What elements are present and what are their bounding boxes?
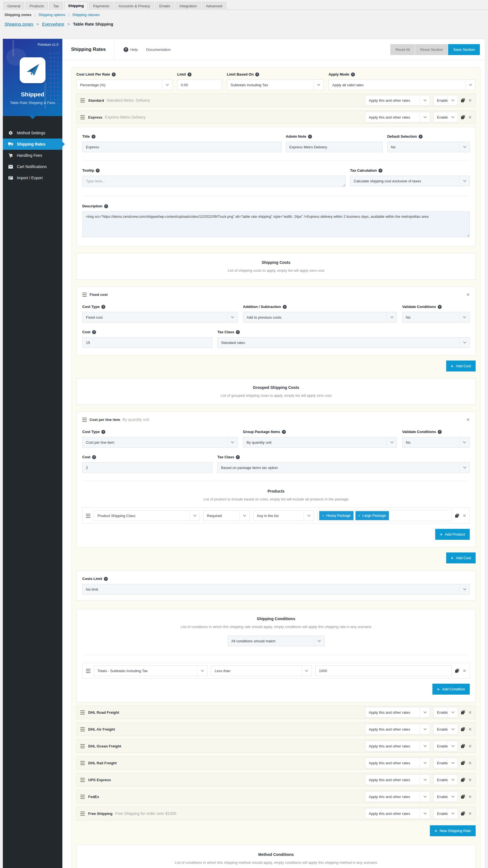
addition-subtraction-select[interactable]: Add to previous costs xyxy=(243,312,397,322)
tab-integration[interactable]: Integration xyxy=(175,2,200,10)
sidebar-item-shipping-rates[interactable]: Shipping Rates xyxy=(3,138,62,150)
rate-apply-select[interactable]: Apply this and other rates xyxy=(365,808,430,819)
help-icon[interactable]: ? xyxy=(282,430,286,434)
cost-limit-per-rate-select[interactable]: Percentage (%) xyxy=(76,80,172,90)
rate-row-dhl-road-freight[interactable]: DHL Road Freight Apply this and other ra… xyxy=(76,706,476,719)
rate-status-select[interactable]: Enable xyxy=(433,741,458,751)
rate-status-select[interactable]: Enable xyxy=(433,95,458,106)
add-cost-button[interactable]: +Add Cost xyxy=(446,361,476,371)
remove-tag-icon[interactable]: × xyxy=(322,514,324,517)
tag-large-package[interactable]: ×Large Package xyxy=(355,511,389,520)
help-icon[interactable]: ? xyxy=(112,72,116,76)
rate-apply-select[interactable]: Apply this and other rates xyxy=(365,791,430,802)
duplicate-icon[interactable] xyxy=(461,795,465,799)
add-product-button[interactable]: +Add Product xyxy=(435,529,470,540)
help-icon[interactable]: ? xyxy=(379,168,383,173)
drag-handle-icon[interactable] xyxy=(80,115,85,119)
rate-status-select[interactable]: Enable xyxy=(433,112,458,123)
new-shipping-rate-button[interactable]: +New Shipping Rate xyxy=(430,825,476,836)
sidebar-item-handling-fees[interactable]: Handling Fees xyxy=(3,150,62,161)
conditions-match-select[interactable]: All conditions should match xyxy=(228,636,325,646)
default-selection-select[interactable]: No xyxy=(387,142,470,152)
product-required-select[interactable]: Required xyxy=(203,510,250,521)
help-icon[interactable]: ? xyxy=(92,134,95,138)
drag-handle-icon[interactable] xyxy=(80,710,85,715)
drag-handle-icon[interactable] xyxy=(86,514,90,518)
close-icon[interactable]: × xyxy=(468,811,472,816)
help-icon[interactable]: ? xyxy=(101,430,105,434)
close-icon[interactable]: × xyxy=(468,97,472,103)
duplicate-icon[interactable] xyxy=(461,744,465,748)
duplicate-icon[interactable] xyxy=(455,669,459,673)
tax-calculation-select[interactable]: Calculate shipping cost exclusive of tax… xyxy=(350,176,470,186)
rate-status-select[interactable]: Enable xyxy=(433,808,458,819)
close-icon[interactable]: × xyxy=(466,417,470,422)
help-icon[interactable]: ? xyxy=(351,72,355,76)
tooltip-textarea[interactable] xyxy=(82,176,346,187)
limit-input[interactable] xyxy=(177,80,222,90)
help-icon[interactable]: ? xyxy=(92,330,96,334)
condition-field-select[interactable]: Totals - Subtotals Including Tax xyxy=(94,665,207,676)
help-link[interactable]: ? Help xyxy=(124,47,138,52)
reset-all-button[interactable]: Reset All xyxy=(390,44,415,55)
drag-handle-icon[interactable] xyxy=(80,98,85,102)
drag-handle-icon[interactable] xyxy=(82,292,87,297)
product-match-select[interactable]: Any in the list xyxy=(253,510,314,521)
tab-emails[interactable]: Emails xyxy=(155,2,174,10)
duplicate-icon[interactable] xyxy=(461,710,465,715)
drag-handle-icon[interactable] xyxy=(82,417,87,422)
rate-apply-select[interactable]: Apply this and other rates xyxy=(365,707,430,718)
drag-handle-icon[interactable] xyxy=(80,761,85,765)
reset-section-button[interactable]: Reset Section xyxy=(415,44,448,55)
rate-apply-select[interactable]: Apply this and other rates xyxy=(365,757,430,768)
rate-status-select[interactable]: Enable xyxy=(433,791,458,802)
tab-products[interactable]: Products xyxy=(26,2,48,10)
rate-row-standard[interactable]: Standard Standard Metro. Delivery Apply … xyxy=(76,94,476,107)
add-grouped-cost-button[interactable]: +Add Cost xyxy=(446,553,476,563)
close-icon[interactable]: × xyxy=(463,668,466,674)
drag-handle-icon[interactable] xyxy=(80,811,85,816)
condition-value-input[interactable] xyxy=(315,665,452,676)
duplicate-icon[interactable] xyxy=(461,778,465,782)
tab-general[interactable]: General xyxy=(3,2,24,10)
sidebar-item-import-export[interactable]: Import / Export xyxy=(3,172,62,184)
documentation-link[interactable]: Documentation xyxy=(146,48,170,52)
help-icon[interactable]: ? xyxy=(438,305,442,309)
rate-row-free-shipping[interactable]: Free Shipping Free Shipping for order ov… xyxy=(76,807,476,820)
tab-shipping[interactable]: Shipping xyxy=(64,2,88,10)
rate-row-dhl-ocean-freight[interactable]: DHL Ocean Freight Apply this and other r… xyxy=(76,739,476,753)
duplicate-icon[interactable] xyxy=(461,761,465,765)
tax-class-select[interactable]: Standard rates xyxy=(217,337,470,348)
validate-conditions-select[interactable]: No xyxy=(402,437,470,447)
drag-handle-icon[interactable] xyxy=(86,669,90,673)
close-icon[interactable]: × xyxy=(466,292,470,297)
help-icon[interactable]: ? xyxy=(283,305,287,309)
close-icon[interactable]: × xyxy=(468,726,472,732)
apply-mode-select[interactable]: Apply all valid rates xyxy=(328,80,476,90)
help-icon[interactable]: ? xyxy=(236,330,240,334)
duplicate-icon[interactable] xyxy=(461,98,465,102)
cost-type-select[interactable]: Fixed cost xyxy=(82,312,238,322)
rate-row-ups-express[interactable]: UPS Express Apply this and other rates E… xyxy=(76,773,476,786)
limit-based-on-select[interactable]: Subtotals Including Tax xyxy=(227,80,324,90)
cost-input[interactable] xyxy=(82,337,212,348)
rate-status-select[interactable]: Enable xyxy=(433,774,458,785)
close-icon[interactable]: × xyxy=(468,760,472,766)
close-icon[interactable]: × xyxy=(468,710,472,715)
rate-apply-select[interactable]: Apply this and other rates xyxy=(365,112,430,123)
tab-payments[interactable]: Payments xyxy=(89,2,113,10)
close-icon[interactable]: × xyxy=(468,794,472,800)
duplicate-icon[interactable] xyxy=(461,811,465,816)
close-icon[interactable]: × xyxy=(468,114,472,120)
duplicate-icon[interactable] xyxy=(455,514,459,518)
rate-status-select[interactable]: Enable xyxy=(433,724,458,735)
subnav-shipping-zones[interactable]: Shipping zones xyxy=(4,13,31,17)
remove-tag-icon[interactable]: × xyxy=(358,514,360,517)
help-icon[interactable]: ? xyxy=(104,577,108,581)
tab-accounts-privacy[interactable]: Accounts & Privacy xyxy=(115,2,154,10)
validate-conditions-select[interactable]: No xyxy=(402,312,470,322)
help-icon[interactable]: ? xyxy=(419,134,423,138)
cost-type-select[interactable]: Cost per line item xyxy=(82,437,238,447)
tab-advanced[interactable]: Advanced xyxy=(202,2,226,10)
sidebar-item-cart-notifications[interactable]: Cart Notifications xyxy=(3,161,62,172)
